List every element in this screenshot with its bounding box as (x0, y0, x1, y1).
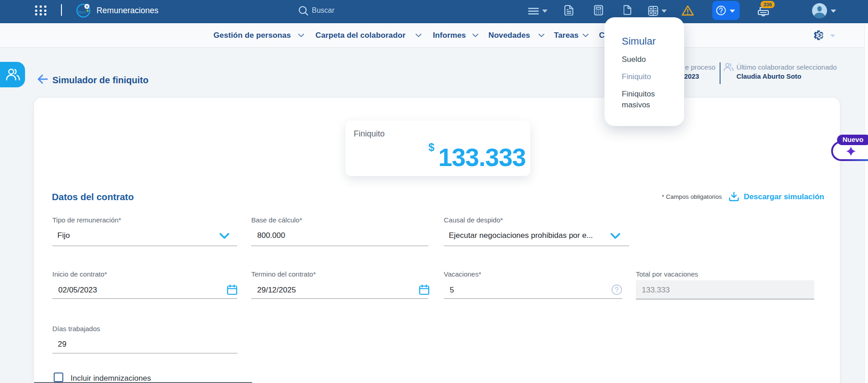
svg-text:R: R (86, 5, 88, 9)
svg-text:Rex: Rex (78, 10, 86, 15)
